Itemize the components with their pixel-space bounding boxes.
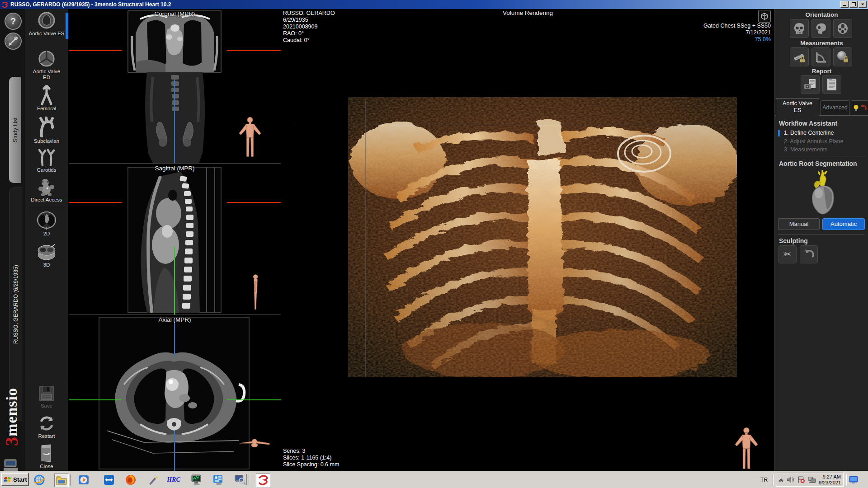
monitor-graph-icon: [191, 474, 203, 486]
tool-aortic-valve-es[interactable]: Aortic Valve ES: [25, 11, 68, 37]
sculpt-scissors-button[interactable]: ✂: [778, 245, 797, 263]
restore-button[interactable]: [849, 1, 858, 8]
sagittal-crosshair-red-right[interactable]: [227, 202, 281, 203]
patient-overlay: RUSSO, GERARDO 6/29/1935 20210008909 RAO…: [283, 10, 335, 44]
skull-side-icon: [815, 22, 827, 35]
orientation-front-button[interactable]: [790, 19, 809, 38]
skull-front-icon: [793, 22, 806, 35]
sculpt-undo-button[interactable]: [800, 245, 818, 263]
coronal-crosshair-blue[interactable]: [174, 80, 175, 163]
workflow-step-3[interactable]: 3. Measurements: [784, 146, 828, 153]
axial-crosshair-green-left[interactable]: [69, 399, 122, 400]
start-button[interactable]: Start: [1, 473, 29, 486]
tool-subclavian[interactable]: Subclavian: [25, 117, 68, 144]
window-title: RUSSO, GERARDO (6/29/1935) - 3mensio Str…: [10, 1, 171, 8]
sagittal-viewport[interactable]: Sagittal (MPR): [69, 164, 281, 315]
workflow-step-1[interactable]: 1. Define Centerline: [784, 130, 834, 136]
sagittal-crosshair-red-left[interactable]: [69, 202, 122, 203]
taskbar-hrc-app[interactable]: HRC: [165, 474, 182, 486]
toolbar-divider: [28, 208, 66, 208]
axial-crosshair-blue-top[interactable]: [174, 322, 175, 357]
close-button[interactable]: Close: [25, 444, 68, 469]
language-indicator[interactable]: TR: [760, 477, 768, 483]
tool-2d[interactable]: 2D: [25, 211, 68, 237]
taskbar-internet-explorer[interactable]: [33, 474, 46, 486]
taskbar-system-monitor[interactable]: [190, 474, 203, 486]
study-list-tab[interactable]: Study List: [9, 77, 21, 183]
workflow-step-2[interactable]: 2. Adjust Annulus Plane: [784, 138, 843, 145]
axial-crosshair-blue-bottom[interactable]: [174, 431, 175, 471]
window-stack-indicator: [68, 474, 71, 485]
manual-button[interactable]: Manual: [778, 218, 820, 230]
volume-icon[interactable]: [787, 476, 794, 483]
coronal-title: Coronal (MPR): [69, 10, 281, 17]
tray-expand-chevron-icon[interactable]: [778, 477, 784, 483]
taskbar-network-tool[interactable]: [233, 474, 247, 486]
tool-femoral[interactable]: Femoral: [25, 85, 68, 112]
coronal-viewport[interactable]: Coronal (MPR): [69, 9, 281, 164]
tool-direct-access[interactable]: Direct Access: [25, 177, 68, 203]
close-icon: [38, 444, 55, 463]
taskbar-media-player[interactable]: [77, 474, 90, 486]
close-window-button[interactable]: ×: [859, 1, 867, 8]
taskbar: Start HRC: [0, 471, 868, 488]
taskbar-file-explorer[interactable]: [54, 474, 69, 487]
monitor-magnifier-icon: [234, 474, 246, 486]
mpr-views: Coronal (MPR): [69, 9, 281, 471]
volume-rendering-viewport[interactable]: Volume Rendering RUSSO, GERARDO 6/29/193…: [281, 9, 774, 471]
taskbar-teamviewer[interactable]: [102, 474, 116, 486]
coronal-crosshair-red-left[interactable]: [69, 50, 122, 51]
application-window: RUSSO, GERARDO (6/29/1935) - 3mensio Str…: [0, 0, 868, 488]
undo-workflow-icon[interactable]: [860, 105, 867, 112]
firefox-icon: [125, 474, 137, 486]
tab-advanced[interactable]: Advanced: [821, 100, 849, 115]
network-icon[interactable]: [808, 476, 816, 483]
windows-logo-icon: [4, 476, 12, 483]
brand-mensio: mensio: [3, 388, 20, 436]
help-button[interactable]: ?: [5, 13, 22, 30]
taskbar-3mensio-active[interactable]: [256, 474, 270, 487]
heart-illustration: [806, 169, 838, 217]
automatic-button[interactable]: Automatic: [822, 218, 865, 230]
measure-distance-button[interactable]: [790, 47, 809, 66]
tab-aortic-valve-es[interactable]: Aortic Valve ES: [776, 98, 819, 116]
report-document-button[interactable]: [822, 75, 841, 94]
orientation-figure-front: [237, 117, 263, 158]
tray-clock[interactable]: 9:27 AM 9/23/2021: [819, 474, 841, 486]
action-center-flag-icon[interactable]: [797, 476, 805, 483]
sagittal-crosshair-green[interactable]: [174, 247, 175, 314]
tool-3d[interactable]: 3D: [25, 243, 68, 268]
measure-volume-button[interactable]: [833, 47, 852, 66]
show-desktop-icon[interactable]: [849, 476, 859, 484]
orientation-top-button[interactable]: [833, 19, 852, 38]
sphere-lock-icon: [836, 50, 849, 64]
active-step-indicator: [778, 130, 780, 136]
hint-lightbulb-icon[interactable]: [853, 104, 859, 112]
tool-carotids[interactable]: Carotids: [25, 148, 68, 173]
axial-crosshair-green-right[interactable]: [227, 399, 281, 400]
media-player-icon: [78, 474, 90, 486]
taskbar-control-panel[interactable]: [212, 474, 225, 486]
direct-access-icon: [37, 177, 56, 196]
segmentation-header: Aortic Root Segmentation: [775, 160, 857, 167]
tool-aortic-valve-ed[interactable]: Aortic Valve ED: [25, 50, 68, 80]
orientation-side-button[interactable]: [811, 19, 830, 38]
title-bar[interactable]: RUSSO, GERARDO (6/29/1935) - 3mensio Str…: [0, 0, 868, 9]
settings-wrench-button[interactable]: [5, 33, 22, 50]
scissors-icon: ✂: [783, 249, 792, 260]
procedure-toolbar: Aortic Valve ES Aortic Valve ED Femoral …: [25, 9, 69, 471]
minimize-button[interactable]: [840, 1, 849, 8]
axial-viewport[interactable]: Axial (MPR): [69, 315, 281, 471]
orientation-cube-button[interactable]: [758, 10, 771, 23]
save-icon: [38, 385, 55, 402]
snapshot-report-button[interactable]: [801, 75, 820, 94]
femoral-icon: [38, 85, 56, 105]
measure-angle-button[interactable]: [811, 47, 830, 66]
taskbar-firefox[interactable]: [124, 474, 137, 486]
coronal-crosshair-red-right[interactable]: [227, 50, 281, 51]
document-icon: [826, 78, 838, 91]
taskbar-wizard-app[interactable]: [146, 474, 160, 486]
hrc-logo: HRC: [167, 476, 180, 483]
restart-button[interactable]: Restart: [25, 414, 68, 439]
save-button[interactable]: Save: [25, 385, 68, 409]
